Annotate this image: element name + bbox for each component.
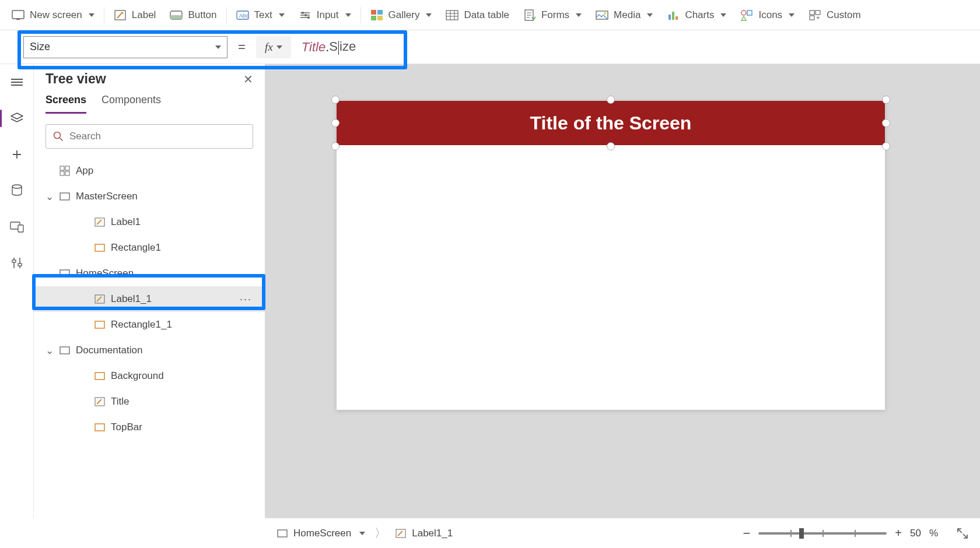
fx-icon: fx (265, 41, 273, 54)
zoom-pct: % (929, 528, 938, 539)
svg-rect-37 (60, 193, 69, 200)
node-label: Rectangle1_1 (111, 319, 172, 331)
svg-rect-39 (95, 244, 104, 251)
zoom-out-button[interactable]: − (743, 526, 750, 541)
svg-rect-20 (676, 16, 678, 20)
fit-to-window-icon[interactable] (957, 528, 968, 539)
zoom-value: 50 (910, 528, 921, 539)
insert-custom-menu[interactable]: + Custom (808, 9, 861, 22)
title-label-control[interactable]: Title of the Screen (337, 101, 885, 145)
property-selector[interactable]: Size (23, 36, 228, 58)
svg-rect-25 (810, 16, 814, 20)
tree-node-documentation[interactable]: ⌄ Documentation (34, 338, 265, 363)
devices-icon (10, 221, 24, 233)
chevron-down-icon (345, 13, 351, 17)
close-icon[interactable]: ✕ (243, 72, 253, 86)
insert-forms-menu[interactable]: Forms (523, 9, 582, 22)
tree-node-title[interactable]: Title (34, 389, 265, 414)
svg-point-9 (307, 16, 310, 19)
chevron-down-icon: ⌄ (46, 191, 54, 203)
breadcrumb-element[interactable]: Label1_1 (412, 528, 453, 539)
svg-rect-47 (278, 530, 287, 537)
chevron-down-icon (789, 13, 794, 17)
app-icon (60, 166, 70, 176)
tree-node-topbar[interactable]: TopBar (34, 414, 265, 440)
formula-input[interactable]: Title.Size (298, 36, 980, 58)
svg-rect-11 (377, 10, 383, 15)
insert-label-button[interactable]: Label (114, 9, 156, 22)
tree-node-homescreen[interactable]: ⌄ HomeScreen (34, 261, 265, 286)
tree-node-app[interactable]: App (34, 158, 265, 184)
rectangle-icon (94, 372, 105, 380)
new-screen-menu[interactable]: New screen (12, 9, 94, 22)
svg-point-32 (54, 132, 61, 139)
svg-point-21 (741, 10, 746, 15)
tree-node-label1-1[interactable]: Label1_1 ··· (34, 286, 265, 312)
insert-icons-label: Icons (758, 9, 782, 21)
sliders-icon (11, 257, 23, 269)
breadcrumb-screen[interactable]: HomeScreen (293, 528, 351, 539)
tree-node-background[interactable]: Background (34, 363, 265, 389)
insert-gallery-label: Gallery (388, 9, 420, 21)
zoom-thumb[interactable] (799, 528, 804, 539)
chevron-down-icon (576, 13, 582, 17)
insert-gallery-menu[interactable]: Gallery (370, 9, 432, 22)
panel-tabs: Screens Components (34, 87, 265, 114)
screen-stage[interactable]: Title of the Screen (337, 101, 885, 410)
media-icon (596, 9, 608, 22)
hamburger-button[interactable] (7, 72, 27, 92)
screen-icon (60, 192, 70, 201)
insert-charts-menu[interactable]: Charts (667, 9, 726, 22)
chevron-down-icon (426, 13, 432, 17)
zoom-in-button[interactable]: + (895, 526, 902, 540)
formula-object: Title (302, 40, 326, 55)
svg-point-27 (12, 185, 22, 188)
svg-rect-35 (60, 171, 64, 175)
chevron-down-icon[interactable] (359, 532, 365, 535)
svg-rect-23 (810, 10, 814, 15)
insert-text-label: Text (254, 9, 272, 21)
search-input[interactable] (69, 131, 246, 142)
tree-view-rail-button[interactable] (7, 108, 27, 128)
tree-node-rectangle1[interactable]: Rectangle1 (34, 235, 265, 261)
more-icon[interactable]: ··· (240, 293, 252, 305)
label-icon (114, 9, 127, 22)
insert-button-button[interactable]: Button (170, 9, 216, 22)
insert-label-text: Label (132, 9, 156, 21)
tree-node-masterscreen[interactable]: ⌄ MasterScreen (34, 184, 265, 209)
tree-node-rectangle1-1[interactable]: Rectangle1_1 (34, 312, 265, 338)
svg-rect-46 (95, 424, 104, 431)
svg-point-7 (302, 12, 304, 14)
fx-button[interactable]: fx (256, 36, 291, 58)
chevron-down-icon (720, 13, 726, 17)
tab-components[interactable]: Components (102, 94, 161, 114)
database-icon (11, 184, 23, 197)
panel-title: Tree view (46, 71, 106, 87)
tree-node-label1[interactable]: Label1 (34, 209, 265, 235)
tab-screens[interactable]: Screens (46, 94, 86, 114)
status-bar: HomeScreen 〉 Label1_1 − + 50 % (265, 518, 980, 548)
svg-rect-14 (446, 10, 458, 20)
insert-media-menu[interactable]: Media (596, 9, 653, 22)
svg-rect-43 (60, 347, 69, 354)
insert-input-menu[interactable]: Input (299, 9, 351, 22)
search-box[interactable] (46, 124, 253, 149)
zoom-slider[interactable] (758, 532, 887, 535)
canvas-area[interactable]: Title of the Screen (265, 64, 980, 518)
tree: App ⌄ MasterScreen Label1 Rectangle1 ⌄ H… (34, 156, 265, 442)
gallery-icon (370, 9, 383, 22)
chevron-down-icon (279, 13, 285, 17)
advanced-rail-button[interactable] (7, 253, 27, 273)
svg-rect-29 (18, 225, 23, 232)
insert-text-menu[interactable]: Abc Text (236, 9, 285, 22)
insert-rail-button[interactable] (7, 145, 27, 164)
chevron-down-icon (89, 13, 94, 17)
svg-rect-10 (371, 10, 376, 15)
media-rail-button[interactable] (7, 217, 27, 237)
svg-point-8 (304, 14, 307, 16)
insert-datatable-button[interactable]: Data table (446, 9, 509, 22)
insert-custom-label: Custom (827, 9, 861, 21)
insert-icons-menu[interactable]: Icons (740, 9, 794, 22)
formula-member: Size (329, 39, 356, 54)
data-rail-button[interactable] (7, 181, 27, 201)
